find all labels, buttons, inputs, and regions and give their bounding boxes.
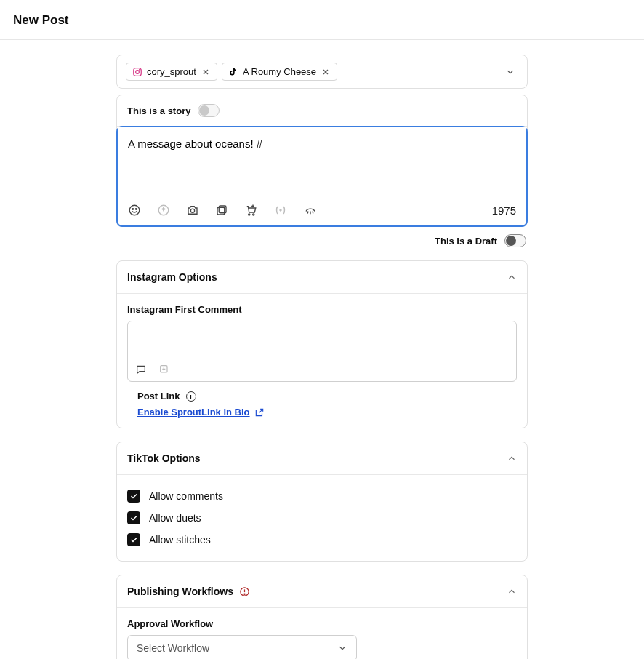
post-link-label: Post Link [137, 391, 180, 402]
tiktok-options-header[interactable]: TikTok Options [117, 442, 527, 474]
story-toggle-label: This is a story [127, 105, 190, 116]
svg-point-4 [132, 209, 134, 210]
svg-point-10 [249, 214, 250, 215]
page-title: New Post [13, 13, 631, 28]
variable-icon[interactable] [273, 204, 288, 217]
svg-point-14 [244, 594, 245, 594]
chevron-down-icon [337, 643, 347, 653]
svg-point-11 [253, 214, 254, 215]
account-chip-label: cory_sprout [147, 66, 196, 77]
info-icon[interactable]: i [186, 391, 196, 402]
account-chip-label: A Roumy Cheese [243, 66, 316, 77]
camera-icon[interactable] [186, 204, 199, 217]
svg-point-7 [190, 209, 194, 212]
section-title: TikTok Options [127, 452, 201, 464]
story-toggle[interactable] [198, 104, 220, 117]
svg-point-5 [136, 209, 137, 210]
remove-account-button[interactable] [321, 67, 331, 77]
product-tag-icon[interactable] [244, 204, 257, 217]
account-chip-tiktok: A Roumy Cheese [222, 63, 337, 81]
publishing-workflows-header[interactable]: Publishing Workflows [117, 575, 527, 607]
workflow-select[interactable]: Select Workflow [127, 635, 357, 659]
external-link-icon [254, 407, 265, 418]
section-title: Instagram Options [127, 271, 217, 283]
composer: This is a story [116, 95, 528, 227]
allow-stitches-checkbox[interactable] [127, 533, 140, 546]
first-comment-label: Instagram First Comment [127, 304, 517, 315]
enable-sproutlink-link[interactable]: Enable SproutLink in Bio [137, 407, 250, 418]
account-chip-instagram: cory_sprout [126, 63, 217, 81]
draft-toggle-label: This is a Draft [435, 236, 497, 247]
ai-assist-icon[interactable] [157, 204, 170, 217]
emoji-icon[interactable] [128, 204, 141, 217]
section-title: Publishing Workflows [127, 586, 233, 597]
chevron-up-icon [507, 586, 517, 596]
account-dropdown-toggle[interactable] [502, 64, 518, 80]
comment-icon[interactable] [135, 364, 147, 375]
svg-rect-9 [217, 207, 225, 215]
checkbox-label: Allow comments [149, 490, 223, 502]
instagram-options-section: Instagram Options Instagram First Commen… [116, 260, 528, 428]
publishing-workflows-section: Publishing Workflows Approval Workflow S… [116, 575, 528, 659]
tiktok-icon [228, 67, 238, 77]
post-text-input[interactable] [118, 127, 526, 194]
approval-workflow-label: Approval Workflow [127, 618, 517, 629]
first-comment-input[interactable] [127, 321, 517, 382]
checkbox-label: Allow duets [149, 512, 201, 524]
svg-point-2 [140, 69, 140, 70]
svg-point-3 [129, 205, 140, 215]
character-count: 1975 [492, 204, 516, 217]
warning-icon [239, 586, 250, 597]
svg-point-1 [136, 70, 140, 73]
chevron-up-icon [507, 272, 517, 282]
select-value: Select Workflow [137, 642, 209, 654]
allow-comments-checkbox[interactable] [127, 490, 140, 503]
remove-account-button[interactable] [201, 67, 211, 77]
chevron-up-icon [507, 453, 517, 463]
instagram-options-header[interactable]: Instagram Options [117, 261, 527, 293]
composer-toolbar: 1975 [118, 196, 526, 225]
instagram-icon [132, 67, 142, 77]
saved-replies-icon[interactable] [158, 364, 170, 375]
allow-duets-checkbox[interactable] [127, 511, 140, 524]
account-selector[interactable]: cory_sprout A Roumy Cheese [116, 55, 528, 89]
checkbox-label: Allow stitches [149, 534, 211, 546]
draft-toggle[interactable] [504, 234, 526, 247]
alt-text-icon[interactable] [304, 204, 317, 217]
tiktok-options-section: TikTok Options Allow comments Allow duet… [116, 442, 528, 562]
svg-rect-8 [219, 206, 226, 213]
gallery-icon[interactable] [215, 204, 228, 217]
